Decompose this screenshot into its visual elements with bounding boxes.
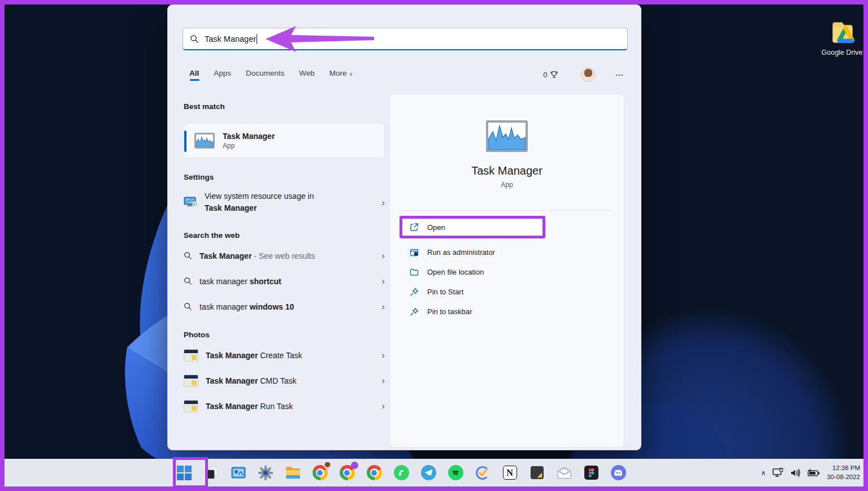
pin-icon <box>410 288 419 297</box>
tab-all[interactable]: All <box>189 69 199 81</box>
web-result-item[interactable]: task manager shortcut › <box>184 268 385 294</box>
tab-apps[interactable]: Apps <box>214 69 231 81</box>
chrome-button[interactable] <box>364 463 384 483</box>
best-match-item[interactable]: Task Manager App <box>184 123 385 158</box>
chevron-right-icon: › <box>381 251 385 260</box>
file-explorer-button[interactable] <box>283 463 302 483</box>
rewards-badge[interactable]: 0 <box>543 71 558 79</box>
clock[interactable]: 12:38 PM 30-08-2022 <box>827 464 860 481</box>
system-tray: ∧ 12:38 PM 30-08-2022 <box>761 459 860 486</box>
preview-subtitle: App <box>501 181 513 189</box>
photo-result-item[interactable]: Task Manager Run Task › <box>184 393 385 419</box>
action-list: Open Run as administrator Open file loca… <box>390 214 624 321</box>
volume-icon[interactable] <box>791 468 801 477</box>
settings-button[interactable] <box>256 463 275 483</box>
photo-result-item[interactable]: Task Manager CMD Task › <box>184 368 385 393</box>
spotify-button[interactable] <box>446 463 465 483</box>
tab-web[interactable]: Web <box>299 69 315 81</box>
search-icon <box>184 302 192 311</box>
search-icon <box>190 34 199 44</box>
text-caret <box>257 34 257 44</box>
display-app-button[interactable] <box>229 463 248 483</box>
open-action[interactable]: Open <box>400 216 545 238</box>
search-icon <box>184 277 192 285</box>
whatsapp-button[interactable] <box>392 463 411 483</box>
google-drive-icon <box>829 20 855 45</box>
chrome-icon <box>367 465 382 480</box>
best-match-subtitle: App <box>223 142 275 150</box>
run-as-admin-action[interactable]: Run as administrator <box>390 242 624 262</box>
system-monitor-icon <box>184 196 197 208</box>
taskbar: N ∧ <box>0 459 868 491</box>
tray-time: 12:38 PM <box>832 464 860 471</box>
results-column: Best match Task Manager App Settings Vie… <box>184 102 385 419</box>
selection-indicator <box>184 131 186 152</box>
notion-button[interactable]: N <box>500 463 519 483</box>
web-result-item[interactable]: Task Manager - See web results › <box>184 243 385 268</box>
task-view-icon <box>205 466 219 480</box>
discord-button[interactable] <box>609 463 628 483</box>
google-drive-label: Google Drive <box>818 49 866 57</box>
user-avatar[interactable] <box>581 67 596 82</box>
open-action-label: Open <box>427 223 445 232</box>
open-file-location-action[interactable]: Open file location <box>390 262 624 282</box>
web-result-item[interactable]: task manager windows 10 › <box>184 294 385 319</box>
photo-thumbnail-icon <box>184 375 198 387</box>
photos-label: Photos <box>184 331 385 339</box>
search-filter-tabs: All Apps Documents Web More ∨ 0 ••• <box>189 67 624 82</box>
google-drive-shortcut[interactable]: Google Drive <box>818 20 866 57</box>
figma-icon <box>584 466 598 480</box>
profile-letter-badge <box>351 462 358 469</box>
display-app-icon <box>231 467 246 479</box>
sticky-notes-button[interactable] <box>527 463 546 483</box>
task-manager-app-icon-large <box>486 120 528 152</box>
chevron-right-icon: › <box>381 376 385 385</box>
figma-button[interactable] <box>581 463 601 483</box>
mail-button[interactable] <box>554 463 574 483</box>
tab-more[interactable]: More ∨ <box>329 69 353 81</box>
tray-chevron-up-icon[interactable]: ∧ <box>761 469 766 477</box>
ticktick-button[interactable] <box>473 463 492 483</box>
file-explorer-icon <box>285 466 301 479</box>
network-icon[interactable] <box>772 468 784 477</box>
gear-icon <box>258 466 273 480</box>
ticktick-icon <box>475 466 490 480</box>
settings-result-line1: View system resource usage in <box>205 192 314 201</box>
search-icon <box>184 251 192 260</box>
chevron-right-icon: › <box>381 302 385 311</box>
open-external-icon <box>410 223 419 232</box>
search-value: Task Manager <box>205 34 256 44</box>
pin-to-taskbar-action[interactable]: Pin to taskbar <box>390 302 624 321</box>
pin-to-start-action[interactable]: Pin to Start <box>390 282 624 302</box>
photo-result-item[interactable]: Task Manager Create Task › <box>184 342 385 368</box>
chevron-right-icon: › <box>381 350 385 360</box>
chrome-profile-b-button[interactable] <box>337 463 357 483</box>
chevron-right-icon: › <box>381 401 385 411</box>
settings-result-item[interactable]: View system resource usage in Task Manag… <box>184 186 385 219</box>
chevron-down-icon: ∨ <box>349 71 353 77</box>
spotify-icon <box>448 465 463 480</box>
rewards-count: 0 <box>543 71 547 79</box>
search-input[interactable]: Task Manager <box>183 28 628 50</box>
start-button[interactable] <box>175 463 194 483</box>
photo-thumbnail-icon <box>184 349 198 362</box>
admin-shield-icon <box>410 248 419 257</box>
task-view-button[interactable] <box>202 463 221 483</box>
trophy-icon <box>550 71 558 79</box>
more-options-icon[interactable]: ••• <box>616 72 624 77</box>
sticky-notes-icon <box>530 466 544 480</box>
preview-pane: Task Manager App Open Run as admin <box>389 94 624 447</box>
battery-icon[interactable] <box>808 469 820 477</box>
best-match-title: Task Manager <box>223 132 275 141</box>
whatsapp-icon <box>394 465 409 480</box>
chrome-profile-a-button[interactable] <box>310 463 329 483</box>
tab-documents[interactable]: Documents <box>246 69 284 81</box>
settings-result-line2: Task Manager <box>205 203 257 212</box>
pin-icon <box>410 307 419 316</box>
telegram-button[interactable] <box>419 463 438 483</box>
windows-logo-icon <box>177 466 192 480</box>
divider <box>401 210 613 211</box>
search-flyout: Task Manager All Apps Documents Web More… <box>167 5 641 450</box>
desktop-screen: Google Drive Task Manager All Apps Docum… <box>0 0 868 491</box>
discord-icon <box>611 465 626 480</box>
